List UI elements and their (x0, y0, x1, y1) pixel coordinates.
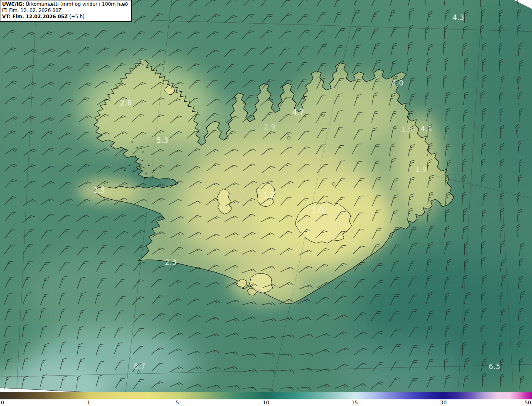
wind-barb (463, 226, 468, 240)
wind-barb (299, 333, 313, 342)
wind-barb (352, 9, 360, 23)
wind-barb (281, 387, 294, 392)
wind-barb (353, 211, 363, 225)
wind-barb (262, 165, 275, 176)
wind-barb (96, 309, 103, 323)
wind-barb (242, 29, 254, 41)
wind-barb (261, 265, 275, 274)
valid-time-line: VT: Fim. 12.02.2026 05Z (+5 h) (2, 14, 128, 20)
wind-barb (297, 298, 310, 308)
wind-barb (244, 46, 256, 59)
wind-barb (298, 179, 309, 191)
wind-barb (316, 333, 330, 341)
wind-barb (205, 350, 219, 357)
wind-barb (187, 298, 200, 308)
wind-barb (5, 358, 12, 372)
wind-barb (170, 231, 184, 241)
wind-barb (298, 0, 309, 9)
wind-barb (499, 10, 503, 23)
wind-barb (59, 260, 69, 273)
wind-barb (445, 174, 450, 188)
wind-barb (77, 276, 85, 290)
wind-barb (59, 275, 67, 289)
wind-barb (60, 245, 71, 257)
wind-barb (389, 376, 400, 389)
wind-barb (170, 332, 183, 342)
wind-barb (390, 110, 397, 123)
wind-barb (40, 374, 47, 387)
wind-barb (171, 0, 182, 9)
wind-barb (481, 325, 485, 338)
wind-barb (260, 45, 272, 57)
wind-barb (372, 92, 378, 106)
wind-barb (372, 59, 381, 73)
wind-barb (318, 43, 327, 56)
wind-barb (244, 129, 255, 141)
wind-barb (60, 375, 67, 389)
wind-barb (170, 365, 183, 375)
wind-barb (372, 345, 384, 357)
wind-barb (426, 26, 429, 39)
product-line: UWC/IG: Úrkomumætti (mm) og vindur i 100… (2, 1, 128, 7)
wind-barb (463, 324, 468, 338)
wind-barb (372, 0, 380, 7)
wind-barb (428, 191, 433, 205)
wind-barb (481, 10, 485, 23)
wind-barb (134, 260, 145, 273)
wind-barb (520, 291, 525, 304)
wind-barb (482, 373, 486, 386)
wind-barb (390, 0, 397, 6)
wind-barb (298, 44, 308, 57)
wind-barb (281, 0, 292, 9)
wind-barb (169, 48, 182, 59)
wind-barb (408, 0, 415, 7)
wind-barb (389, 93, 396, 106)
wind-barb (317, 247, 329, 259)
wind-barb (370, 127, 377, 140)
wind-barb (152, 96, 165, 107)
wind-barb (134, 313, 145, 325)
wind-barb (299, 228, 310, 240)
wind-barb (316, 213, 328, 224)
wind-barb (445, 9, 450, 23)
wind-barb (226, 385, 239, 391)
wind-barb (463, 208, 467, 222)
wind-barb (426, 242, 433, 255)
wind-barb (391, 359, 400, 372)
wind-barb (261, 97, 273, 108)
wind-barb (60, 31, 74, 41)
wind-barb (315, 263, 328, 274)
wind-barb (24, 259, 33, 273)
wind-barb (518, 92, 522, 105)
wind-barb (42, 147, 54, 158)
wind-barb (97, 244, 108, 257)
wind-barb (316, 313, 329, 323)
wind-barb (5, 147, 18, 157)
wind-barb (115, 230, 128, 241)
wind-barb (336, 159, 345, 172)
wind-barb (77, 357, 84, 371)
wind-barb (4, 325, 11, 339)
wind-barb (317, 127, 327, 140)
wind-barb (354, 0, 363, 7)
wind-barb (499, 59, 503, 72)
wind-barb (226, 318, 239, 325)
wind-barb (372, 208, 381, 222)
wind-barb (483, 59, 486, 72)
wind-barb (133, 182, 146, 193)
wind-barb (281, 180, 294, 191)
wind-barb (408, 176, 415, 190)
wind-barb (483, 193, 487, 206)
wind-barb (169, 65, 182, 76)
wind-barb (443, 0, 448, 5)
wind-barb (187, 281, 200, 291)
wind-barb (171, 215, 184, 225)
wind-barb (168, 98, 181, 108)
wind-barb (518, 174, 522, 188)
wind-barb (279, 113, 291, 124)
wind-barb (115, 148, 127, 159)
wind-barb (170, 262, 182, 273)
wind-barb (463, 109, 468, 123)
wind-barb (224, 47, 236, 59)
wind-barb (317, 93, 327, 107)
